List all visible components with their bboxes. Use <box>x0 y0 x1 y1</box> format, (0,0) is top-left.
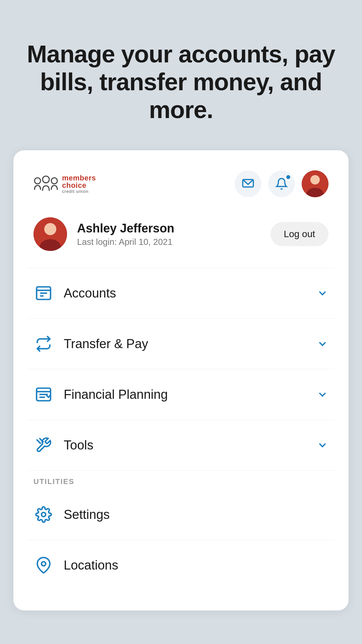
accounts-label: Accounts <box>64 286 316 301</box>
nav-item-settings[interactable]: Settings <box>13 489 349 540</box>
nav-item-financial-planning[interactable]: Financial Planning <box>13 369 349 420</box>
avatar-image <box>302 170 328 197</box>
notification-dot <box>286 174 291 180</box>
nav-item-accounts[interactable]: Accounts <box>13 268 349 318</box>
header-avatar[interactable] <box>302 170 328 197</box>
tools-icon <box>34 435 54 455</box>
svg-point-1 <box>43 176 49 183</box>
logout-button[interactable]: Log out <box>270 222 328 246</box>
nav-item-locations[interactable]: Locations <box>13 540 349 590</box>
message-button[interactable] <box>235 170 261 197</box>
user-last-login: Last login: April 10, 2021 <box>77 237 174 247</box>
main-card: members choice credit union <box>13 150 349 610</box>
transfer-icon <box>34 334 54 354</box>
tools-label: Tools <box>64 438 316 452</box>
nav-item-tools[interactable]: Tools <box>13 420 349 470</box>
settings-label: Settings <box>64 507 328 522</box>
message-icon <box>242 177 254 190</box>
notification-button[interactable] <box>268 170 295 197</box>
tools-chevron-icon <box>316 439 328 451</box>
user-avatar <box>34 217 67 251</box>
financial-planning-icon <box>34 384 54 405</box>
accounts-chevron-icon <box>316 287 328 299</box>
hero-title: Manage your accounts, pay bills, transfe… <box>20 40 342 123</box>
svg-point-21 <box>42 562 46 566</box>
user-info-row: Ashley Jefferson Last login: April 10, 2… <box>13 211 349 268</box>
settings-icon <box>34 504 54 525</box>
svg-point-0 <box>35 178 41 184</box>
logo-circles-icon <box>34 175 59 193</box>
logo-subtitle-text: credit union <box>62 189 96 194</box>
financial-chevron-icon <box>316 388 328 400</box>
logo-members-text: members <box>62 174 96 182</box>
logo: members choice credit union <box>34 174 96 194</box>
accounts-icon <box>34 283 54 303</box>
nav-item-transfer-pay[interactable]: Transfer & Pay <box>13 319 349 369</box>
svg-point-2 <box>51 178 57 184</box>
user-avatar-image <box>34 217 67 251</box>
logo-choice-text: choice <box>62 182 96 189</box>
transfer-pay-label: Transfer & Pay <box>64 337 316 351</box>
utilities-label: UTILITIES <box>13 471 349 489</box>
logo-icon <box>34 175 59 193</box>
bell-icon <box>275 177 288 190</box>
user-details: Ashley Jefferson Last login: April 10, 2… <box>77 221 174 247</box>
transfer-chevron-icon <box>316 338 328 350</box>
svg-point-5 <box>310 175 320 184</box>
logo-text: members choice credit union <box>62 174 96 194</box>
financial-planning-label: Financial Planning <box>64 387 316 402</box>
card-header: members choice credit union <box>13 150 349 211</box>
hero-section: Manage your accounts, pay bills, transfe… <box>0 0 362 150</box>
svg-point-20 <box>42 513 46 517</box>
header-actions <box>235 170 328 197</box>
svg-line-18 <box>37 440 41 444</box>
svg-point-8 <box>44 223 56 235</box>
locations-icon <box>34 555 54 575</box>
user-left: Ashley Jefferson Last login: April 10, 2… <box>34 217 174 251</box>
user-name: Ashley Jefferson <box>77 221 174 235</box>
locations-label: Locations <box>64 558 328 573</box>
